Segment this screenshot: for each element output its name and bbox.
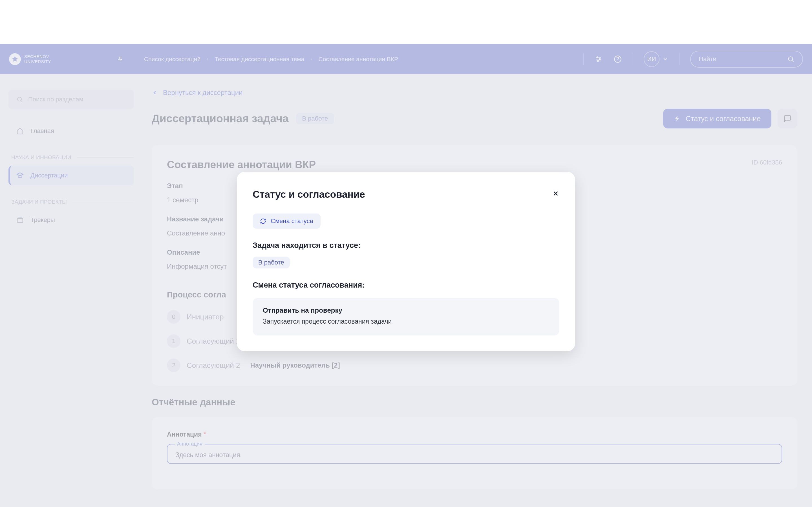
modal-title: Статус и согласование bbox=[253, 189, 365, 200]
refresh-icon bbox=[260, 218, 266, 224]
action-desc: Запускается процесс согласования задачи bbox=[263, 318, 549, 325]
status-modal: Статус и согласование Смена статуса Зада… bbox=[237, 172, 575, 351]
action-title: Отправить на проверку bbox=[263, 306, 549, 314]
change-approval-label: Смена статуса согласования: bbox=[253, 281, 559, 290]
close-icon[interactable] bbox=[552, 190, 559, 199]
submit-review-action[interactable]: Отправить на проверку Запускается процес… bbox=[253, 298, 559, 335]
change-status-button[interactable]: Смена статуса bbox=[253, 214, 320, 229]
modal-overlay[interactable]: Статус и согласование Смена статуса Зада… bbox=[0, 44, 812, 507]
status-value: В работе bbox=[253, 257, 290, 269]
status-label: Задача находится в статусе: bbox=[253, 241, 559, 250]
